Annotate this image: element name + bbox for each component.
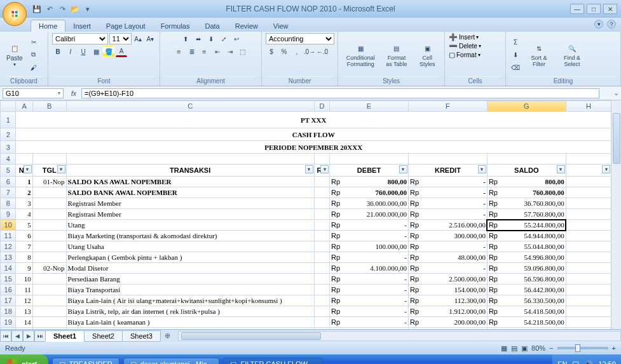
cell[interactable] bbox=[32, 187, 66, 198]
orientation-icon[interactable]: ⤢ bbox=[218, 33, 229, 44]
cell[interactable]: Rp57.760.800,00 bbox=[487, 209, 566, 220]
cell[interactable]: Rp- bbox=[408, 198, 487, 209]
zoom-out-icon[interactable]: − bbox=[549, 344, 553, 352]
hscroll-thumb[interactable] bbox=[181, 332, 321, 340]
underline-icon[interactable]: U bbox=[78, 46, 89, 57]
sheet-tab-2[interactable]: Sheet2 bbox=[84, 330, 123, 342]
tab-review[interactable]: Review bbox=[228, 20, 266, 32]
redo-icon[interactable]: ↷ bbox=[57, 4, 67, 14]
sheet-nav-first-icon[interactable]: ⏮ bbox=[0, 330, 11, 342]
cell[interactable] bbox=[32, 328, 66, 330]
cell[interactable]: Rp- bbox=[330, 252, 409, 263]
qat-more-icon[interactable]: ▾ bbox=[83, 4, 93, 14]
autosum-icon[interactable]: Σ bbox=[510, 36, 521, 48]
col-A[interactable]: A bbox=[16, 101, 32, 112]
zoom-in-icon[interactable]: + bbox=[612, 344, 616, 352]
row-header[interactable]: 11 bbox=[1, 231, 16, 241]
filter-icon[interactable]: ▾ bbox=[24, 165, 32, 173]
cell[interactable]: Rp- bbox=[408, 177, 487, 187]
cell[interactable] bbox=[314, 154, 329, 165]
cell[interactable] bbox=[408, 328, 487, 330]
copy-icon[interactable]: ⧉ bbox=[28, 49, 39, 60]
cell[interactable]: Biaya Transportasi bbox=[66, 285, 314, 295]
cell[interactable]: Rp- bbox=[408, 263, 487, 274]
cell[interactable]: RK▾ bbox=[314, 165, 329, 177]
cell[interactable]: Rp- bbox=[330, 306, 409, 317]
align-right-icon[interactable]: ≡ bbox=[199, 46, 210, 57]
cell[interactable] bbox=[566, 177, 611, 187]
maximize-icon[interactable]: □ bbox=[587, 4, 601, 14]
tray-icon[interactable]: 🛡 bbox=[572, 360, 579, 364]
cell[interactable]: Rp- bbox=[408, 209, 487, 220]
col-D[interactable]: D bbox=[314, 101, 329, 112]
row-header[interactable]: 20 bbox=[1, 328, 16, 330]
horizontal-scrollbar[interactable] bbox=[178, 331, 621, 341]
cell[interactable]: 1 bbox=[16, 177, 32, 187]
col-B[interactable]: B bbox=[32, 101, 66, 112]
new-sheet-icon[interactable]: ⊕ bbox=[161, 332, 174, 340]
row-header[interactable]: 16 bbox=[1, 285, 16, 295]
cell[interactable]: 7 bbox=[16, 241, 32, 252]
cell[interactable]: Rp54.218.500,00 bbox=[487, 317, 566, 328]
cell[interactable] bbox=[566, 317, 611, 328]
bold-icon[interactable]: B bbox=[52, 46, 64, 57]
save-icon[interactable]: 💾 bbox=[32, 4, 42, 14]
merge-icon[interactable]: ⬚ bbox=[237, 46, 249, 57]
cell[interactable] bbox=[66, 154, 314, 165]
office-button[interactable] bbox=[3, 2, 27, 26]
cell[interactable] bbox=[32, 198, 66, 209]
cell[interactable] bbox=[330, 328, 409, 330]
cell[interactable] bbox=[32, 295, 66, 306]
cell[interactable]: Rp55.044.800,00 bbox=[487, 241, 566, 252]
cell[interactable] bbox=[16, 154, 32, 165]
font-size-select[interactable]: 11 bbox=[109, 33, 132, 44]
col-H[interactable]: H bbox=[566, 101, 611, 112]
row-header[interactable]: 7 bbox=[1, 187, 16, 198]
col-G[interactable]: G bbox=[487, 101, 566, 112]
paste-button[interactable]: 📋Paste▾ bbox=[4, 41, 25, 69]
cell[interactable]: Rp56.596.800,00 bbox=[487, 274, 566, 285]
zoom-level[interactable]: 80% bbox=[531, 344, 545, 352]
row-header[interactable]: 9 bbox=[1, 209, 16, 220]
row-header[interactable]: 12 bbox=[1, 241, 16, 252]
cell[interactable] bbox=[566, 209, 611, 220]
cell[interactable]: Rp154.000,00 bbox=[408, 285, 487, 295]
filter-icon[interactable]: ▾ bbox=[305, 165, 313, 173]
fx-icon[interactable]: fx bbox=[66, 90, 81, 97]
cell[interactable]: Rp- bbox=[330, 295, 409, 306]
tab-data[interactable]: Data bbox=[197, 20, 227, 32]
cell[interactable]: ▾ bbox=[566, 165, 611, 177]
cell[interactable]: SALDO KAS AWAL NOPEMBER bbox=[66, 177, 314, 187]
cell[interactable] bbox=[314, 285, 329, 295]
cell[interactable]: 5 bbox=[16, 220, 32, 231]
cell-styles-button[interactable]: ▣Cell Styles bbox=[414, 41, 440, 69]
cell[interactable] bbox=[566, 220, 611, 231]
cell[interactable] bbox=[32, 154, 66, 165]
system-tray[interactable]: EN 🛡 🔊 12:59 bbox=[552, 354, 621, 364]
cell[interactable]: Rp36.760.800,00 bbox=[487, 198, 566, 209]
column-headers[interactable]: A B C D E F G H bbox=[1, 101, 611, 112]
number-format-select[interactable]: Accounting bbox=[266, 33, 334, 44]
cell[interactable] bbox=[314, 187, 329, 198]
col-C[interactable]: C bbox=[66, 101, 314, 112]
find-select-button[interactable]: 🔍Find & Select bbox=[557, 41, 587, 69]
filter-icon[interactable]: ▾ bbox=[478, 165, 486, 173]
cell[interactable] bbox=[566, 285, 611, 295]
cell[interactable] bbox=[314, 306, 329, 317]
cell[interactable]: Registrasi Member bbox=[66, 198, 314, 209]
title-cell[interactable]: PERIODE NOPEMBER 20XXX bbox=[16, 141, 611, 154]
help-icon[interactable]: ? bbox=[607, 20, 616, 29]
cell[interactable]: Rp- bbox=[408, 241, 487, 252]
sheet-nav-last-icon[interactable]: ⏭ bbox=[34, 330, 46, 342]
title-cell[interactable]: CASH FLOW bbox=[16, 128, 611, 141]
cell[interactable] bbox=[314, 209, 329, 220]
filter-icon[interactable]: ▾ bbox=[399, 165, 407, 173]
cell[interactable]: Rp54.996.800,00 bbox=[487, 252, 566, 263]
cell[interactable]: Utang bbox=[66, 220, 314, 231]
cell[interactable]: 14 bbox=[16, 317, 32, 328]
cell[interactable]: 4 bbox=[16, 209, 32, 220]
cell[interactable]: Biaya Marketing (transportasi & akomodas… bbox=[66, 231, 314, 241]
cell[interactable]: SALDO▾ bbox=[487, 165, 566, 177]
align-middle-icon[interactable]: ⬌ bbox=[193, 33, 204, 44]
decrease-decimal-icon[interactable]: ←.0 bbox=[317, 46, 328, 57]
